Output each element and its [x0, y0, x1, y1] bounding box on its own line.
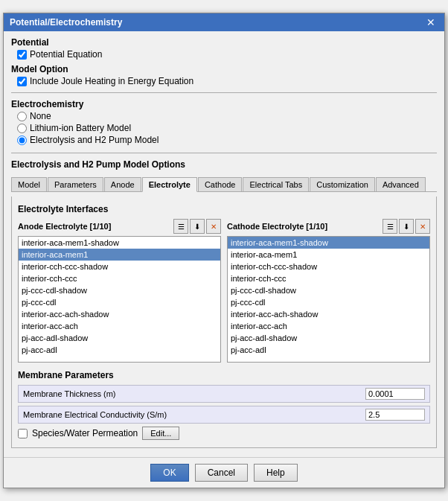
tab-cathode[interactable]: Cathode	[198, 177, 243, 191]
cathode-list-panel: Cathode Electrolyte [1/10] ☰ ⬇ ✕ interio…	[227, 219, 430, 363]
dialog-body: Potential Potential Equation Model Optio…	[4, 31, 444, 454]
tab-customization[interactable]: Customization	[310, 177, 375, 191]
joule-heating-checkbox[interactable]	[17, 77, 27, 86]
cathode-icon-3[interactable]: ✕	[415, 219, 430, 234]
list-item[interactable]: interior-acc-ach-shadow	[228, 308, 429, 320]
potential-section-title: Potential	[11, 37, 437, 48]
species-label: Species/Water Permeation	[32, 428, 138, 438]
cancel-button[interactable]: Cancel	[195, 464, 248, 482]
list-item[interactable]: interior-acc-ach	[228, 320, 429, 332]
radio-lithium[interactable]	[17, 124, 27, 133]
anode-icon-2[interactable]: ⬇	[190, 219, 205, 234]
list-item[interactable]: pj-ccc-cdl-shadow	[19, 284, 220, 296]
radio-electrolysis[interactable]	[17, 135, 27, 145]
anode-icon-3[interactable]: ✕	[206, 219, 221, 234]
list-item[interactable]: interior-cch-ccc	[19, 272, 220, 284]
cathode-icon-2[interactable]: ⬇	[399, 219, 414, 234]
list-item[interactable]: pj-acc-adl-shadow	[19, 332, 220, 344]
potential-equation-label: Potential Equation	[30, 49, 102, 60]
list-item[interactable]: interior-cch-ccc	[228, 272, 429, 284]
cathode-list-icons: ☰ ⬇ ✕	[383, 219, 430, 234]
species-checkbox[interactable]	[18, 429, 28, 438]
divider-1	[11, 92, 437, 93]
list-item[interactable]: interior-acc-ach-shadow	[19, 308, 220, 320]
tab-electrical-tabs[interactable]: Electrical Tabs	[243, 177, 309, 191]
membrane-thickness-label: Membrane Thickness (m)	[23, 389, 365, 398]
membrane-section: Membrane Parameters Membrane Thickness (…	[18, 370, 430, 440]
list-item[interactable]: interior-aca-mem1	[19, 249, 220, 261]
anode-list-panel: Anode Electrolyte [1/10] ☰ ⬇ ✕ interior-…	[18, 219, 221, 363]
electrochemistry-section: Electrochemistry None Lithium-ion Batter…	[11, 99, 437, 147]
membrane-conductivity-input[interactable]	[365, 409, 425, 421]
list-item[interactable]: pj-acc-adl-shadow	[228, 332, 429, 344]
model-option-title: Model Option	[11, 64, 437, 74]
list-item[interactable]: interior-cch-ccc-shadow	[228, 261, 429, 272]
list-item[interactable]: interior-cch-ccc-shadow	[19, 261, 220, 272]
tab-advanced[interactable]: Advanced	[376, 177, 426, 191]
potential-equation-checkbox[interactable]	[17, 50, 27, 60]
potential-section: Potential Potential Equation	[11, 37, 437, 60]
tabs-container: Model Parameters Anode Electrolyte Catho…	[11, 177, 437, 192]
potential-equation-row: Potential Equation	[17, 49, 437, 60]
list-item[interactable]: pj-ccc-cdl	[228, 296, 429, 308]
tab-model[interactable]: Model	[11, 177, 47, 191]
title-bar: Potential/Electrochemistry ✕	[4, 13, 444, 31]
membrane-thickness-input[interactable]	[365, 388, 425, 400]
membrane-conductivity-label: Membrane Electrical Conductivity (S/m)	[23, 410, 365, 419]
anode-list-icons: ☰ ⬇ ✕	[173, 219, 221, 234]
anode-list-header: Anode Electrolyte [1/10] ☰ ⬇ ✕	[18, 219, 221, 234]
anode-icon-1[interactable]: ☰	[173, 219, 188, 234]
close-button[interactable]: ✕	[423, 16, 438, 28]
tab-electrolyte[interactable]: Electrolyte	[142, 177, 197, 192]
cathode-list-header: Cathode Electrolyte [1/10] ☰ ⬇ ✕	[227, 219, 430, 234]
ok-button[interactable]: OK	[150, 464, 188, 482]
list-item[interactable]: pj-acc-adl	[19, 344, 220, 356]
tab-content: Electrolyte Interfaces Anode Electrolyte…	[11, 197, 437, 448]
interfaces-row: Anode Electrolyte [1/10] ☰ ⬇ ✕ interior-…	[18, 219, 430, 363]
radio-electrolysis-label: Electrolysis and H2 Pump Model	[30, 135, 159, 145]
species-row: Species/Water Permeation Edit...	[18, 427, 430, 440]
joule-heating-row: Include Joule Heating in Energy Equation	[17, 76, 437, 86]
list-item[interactable]: pj-acc-adl	[228, 344, 429, 356]
membrane-conductivity-row: Membrane Electrical Conductivity (S/m)	[18, 406, 430, 424]
anode-list-box[interactable]: interior-aca-mem1-shadow interior-aca-me…	[18, 236, 221, 363]
list-item[interactable]: interior-acc-ach	[19, 320, 220, 332]
membrane-title: Membrane Parameters	[18, 370, 430, 380]
radio-none[interactable]	[17, 112, 27, 121]
list-item[interactable]: pj-ccc-cdl-shadow	[228, 284, 429, 296]
radio-none-row: None	[17, 111, 437, 121]
radio-none-label: None	[30, 111, 51, 121]
tab-anode[interactable]: Anode	[104, 177, 141, 191]
anode-list-label: Anode Electrolyte [1/10]	[18, 222, 111, 231]
dialog-title: Potential/Electrochemistry	[10, 17, 122, 28]
membrane-thickness-row: Membrane Thickness (m)	[18, 385, 430, 403]
list-item[interactable]: interior-aca-mem1-shadow	[228, 237, 429, 249]
list-item[interactable]: pj-ccc-cdl	[19, 296, 220, 308]
model-options-label: Electrolysis and H2 Pump Model Options	[11, 159, 437, 170]
help-button[interactable]: Help	[254, 464, 298, 482]
cathode-list-box[interactable]: interior-aca-mem1-shadow interior-aca-me…	[227, 236, 430, 363]
model-option-section: Model Option Include Joule Heating in En…	[11, 64, 437, 86]
electrochemistry-title: Electrochemistry	[11, 99, 437, 109]
main-dialog: Potential/Electrochemistry ✕ Potential P…	[3, 13, 445, 488]
cathode-list-label: Cathode Electrolyte [1/10]	[227, 222, 327, 231]
radio-lithium-row: Lithium-ion Battery Model	[17, 123, 437, 133]
edit-button[interactable]: Edit...	[142, 427, 179, 440]
radio-lithium-label: Lithium-ion Battery Model	[30, 123, 131, 133]
joule-heating-label: Include Joule Heating in Energy Equation	[30, 76, 193, 86]
interfaces-title: Electrolyte Interfaces	[18, 204, 430, 214]
divider-2	[11, 153, 437, 153]
list-item[interactable]: interior-aca-mem1	[228, 249, 429, 261]
dialog-footer: OK Cancel Help	[4, 457, 444, 488]
cathode-icon-1[interactable]: ☰	[383, 219, 397, 234]
tab-parameters[interactable]: Parameters	[48, 177, 103, 191]
radio-electrolysis-row: Electrolysis and H2 Pump Model	[17, 135, 437, 145]
list-item[interactable]: interior-aca-mem1-shadow	[19, 237, 220, 249]
